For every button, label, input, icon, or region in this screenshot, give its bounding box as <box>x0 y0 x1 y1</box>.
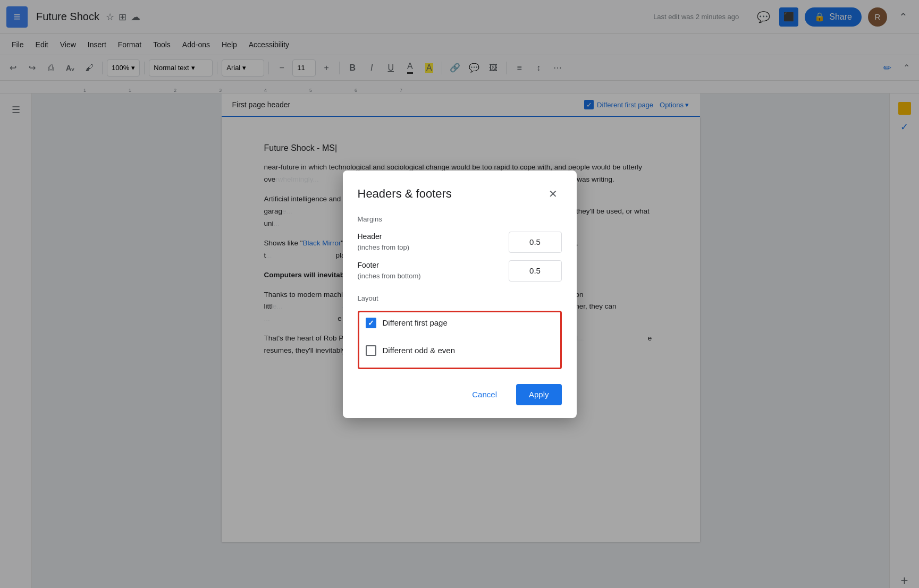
footer-value-input[interactable] <box>509 260 562 282</box>
different-first-page-label: Different first page <box>383 318 448 327</box>
header-field-row: Header(inches from top) <box>358 232 562 253</box>
header-value-input[interactable] <box>509 232 562 253</box>
cancel-button[interactable]: Cancel <box>459 384 510 405</box>
modal-overlay: Headers & footers ✕ Margins Header(inche… <box>0 0 919 588</box>
different-first-page-row[interactable]: ✓ Different first page <box>359 312 560 334</box>
apply-button[interactable]: Apply <box>516 384 562 405</box>
margins-section: Margins Header(inches from top) Footer(i… <box>358 215 562 282</box>
dialog-close-button[interactable]: ✕ <box>545 185 562 202</box>
dialog-header: Headers & footers ✕ <box>358 185 562 202</box>
different-odd-even-checkbox[interactable] <box>366 345 376 356</box>
different-odd-even-label: Different odd & even <box>383 346 455 355</box>
layout-highlight-box: ✓ Different first page Different odd & e… <box>358 311 562 369</box>
different-first-page-checkbox[interactable]: ✓ <box>366 318 376 328</box>
header-field-label: Header(inches from top) <box>358 232 410 252</box>
footer-field-row: Footer(inches from bottom) <box>358 260 562 282</box>
footer-field-label: Footer(inches from bottom) <box>358 260 421 281</box>
margins-label: Margins <box>358 215 562 223</box>
dialog-title: Headers & footers <box>358 187 452 201</box>
layout-section: Layout ✓ Different first page Different … <box>358 294 562 369</box>
different-odd-even-row[interactable]: Different odd & even <box>359 340 560 361</box>
dialog-footer: Cancel Apply <box>358 384 562 405</box>
headers-footers-dialog: Headers & footers ✕ Margins Header(inche… <box>343 171 577 418</box>
layout-label: Layout <box>358 294 562 302</box>
